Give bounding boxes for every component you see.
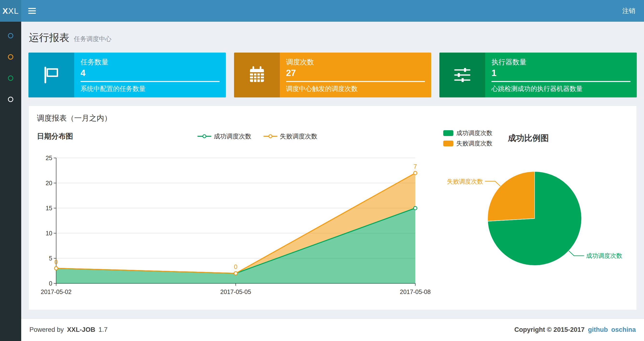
app-logo-rest: XL [8,6,19,16]
info-box-description: 系统中配置的任务数量 [80,84,220,93]
powered-prefix: Powered by [30,326,64,333]
legend-item-success[interactable]: 成功调度次数 [443,129,492,137]
panel-title: 调度报表（一月之内） [29,106,636,125]
app-logo[interactable]: XXL [0,0,21,22]
report-panel: 调度报表（一月之内） 日期分布图 成功调度次数 [28,106,637,310]
flag-icon [28,53,74,97]
info-box-number: 1 [492,68,630,78]
hamburger-icon [28,13,36,14]
sidebar-item-1[interactable] [0,25,21,46]
info-box-body: 调度次数 27 调度中心触发的调度次数 [280,53,432,97]
oschina-link[interactable]: oschina [611,326,636,333]
legend-item-fail[interactable]: 失败调度次数 [443,139,492,147]
hamburger-icon [28,8,36,9]
info-box-body: 任务数量 4 系统中配置的任务数量 [74,53,226,97]
line-chart-legend: 成功调度次数 失败调度次数 [73,132,442,141]
svg-text:20: 20 [46,180,52,186]
svg-text:25: 25 [46,155,52,161]
pie-chart-title: 成功比例图 [508,133,549,144]
svg-text:成功调度次数: 成功调度次数 [586,252,622,259]
line-chart-block: 日期分布图 成功调度次数 失败调度次数 [37,129,442,301]
calendar-icon [234,53,280,97]
pie-chart-legend: 成功调度次数 失败调度次数 [443,129,492,147]
circle-icon [8,33,13,38]
progress-bar [286,81,425,82]
product-version: 1.7 [98,326,108,333]
top-navbar: XXL 注销 [0,0,644,22]
legend-label: 成功调度次数 [456,129,492,137]
legend-swatch-icon [443,141,453,146]
legend-item-fail[interactable]: 失败调度次数 [264,132,318,141]
svg-text:15: 15 [46,205,52,211]
info-box-triggers: 调度次数 27 调度中心触发的调度次数 [234,53,432,97]
product-name: XXL-JOB [67,326,95,333]
page-header: 运行报表 任务调度中心 [29,31,637,44]
page-subtitle: 任务调度中心 [74,35,111,43]
info-box-executors: 执行器数量 1 心跳检测成功的执行器机器数量 [440,53,637,97]
legend-label: 成功调度次数 [214,132,252,141]
info-box-label: 执行器数量 [492,57,630,67]
svg-text:0: 0 [54,258,58,265]
info-box-row: 任务数量 4 系统中配置的任务数量 [28,53,637,97]
sidebar-item-2[interactable] [0,46,21,68]
info-box-tasks: 任务数量 4 系统中配置的任务数量 [28,53,226,97]
svg-text:2017-05-02: 2017-05-02 [41,288,72,295]
content-area: 运行报表 任务调度中心 任务数量 4 系统中配置的任务数量 [21,22,644,318]
powered-by: Powered by XXL-JOB 1.7 [30,326,109,333]
sidebar-item-3[interactable] [0,68,21,89]
footer: Powered by XXL-JOB 1.7 Copyright © 2015-… [21,318,644,341]
charts-row: 日期分布图 成功调度次数 失败调度次数 [29,125,636,310]
legend-label: 失败调度次数 [456,139,492,147]
sliders-icon [440,53,485,97]
info-box-number: 4 [80,68,220,78]
line-marker-icon [198,134,211,138]
svg-text:0: 0 [234,263,238,270]
copyright: Copyright © 2015-2017 [514,326,585,333]
page-title: 运行报表 [29,32,70,43]
info-box-number: 27 [286,68,425,78]
github-link[interactable]: github [588,326,608,333]
circle-icon [8,76,13,81]
line-marker-icon [264,134,278,138]
sidebar [0,22,21,341]
pie-chart: 成功调度次数失败调度次数 [442,147,625,282]
logout-link[interactable]: 注销 [614,0,644,22]
info-box-label: 任务数量 [80,57,220,67]
legend-item-success[interactable]: 成功调度次数 [198,132,252,141]
circle-icon [8,54,13,60]
line-chart: 05101520252017-05-022017-05-052017-05-08… [37,144,442,300]
app-logo-bold: X [2,6,8,16]
info-box-body: 执行器数量 1 心跳检测成功的执行器机器数量 [485,53,637,97]
svg-text:失败调度次数: 失败调度次数 [447,178,483,185]
pie-chart-block: 成功调度次数 失败调度次数 成功比例图 成功调度次数失败调度次数 [442,129,625,301]
info-box-description: 心跳检测成功的执行器机器数量 [492,84,630,93]
circle-icon [8,97,13,102]
line-chart-title: 日期分布图 [37,131,73,141]
hamburger-icon [28,10,36,11]
svg-text:5: 5 [49,255,52,262]
svg-text:7: 7 [414,163,417,170]
progress-bar [80,81,220,82]
info-box-description: 调度中心触发的调度次数 [286,84,425,93]
legend-label: 失败调度次数 [280,132,318,141]
svg-text:0: 0 [49,280,52,287]
legend-swatch-icon [443,130,453,136]
sidebar-toggle-button[interactable] [21,0,43,22]
svg-text:2017-05-05: 2017-05-05 [220,288,251,295]
info-box-label: 调度次数 [286,57,425,67]
navbar-spacer [43,0,614,22]
svg-text:10: 10 [46,230,52,237]
svg-text:2017-05-08: 2017-05-08 [400,288,431,295]
progress-bar [492,81,630,82]
sidebar-item-4[interactable] [0,89,21,110]
